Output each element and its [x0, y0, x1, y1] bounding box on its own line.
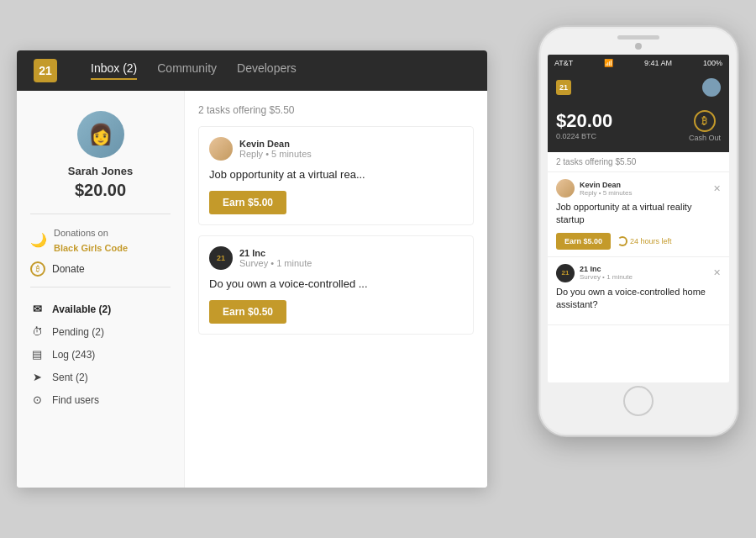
- sender-info-1: Kevin Dean Reply • 5 minutes: [239, 139, 312, 159]
- earn-btn-2[interactable]: Earn $0.50: [209, 300, 286, 324]
- btc-symbol: ₿: [701, 115, 707, 127]
- task-card-2: 21 21 Inc Survey • 1 minute Do you own a…: [198, 235, 474, 335]
- sender-info-2: 21 Inc Survey • 1 minute: [239, 248, 312, 268]
- promo-text: Donations on: [54, 228, 108, 238]
- mail-icon: ✉: [30, 303, 44, 315]
- phone-mockup: AT&T 📶 9:41 AM 100% 21 $20.00 0.0: [538, 25, 739, 446]
- phone-tasks-header: 2 tasks offering $5.50: [548, 152, 729, 172]
- donate-label[interactable]: Donate: [52, 263, 85, 275]
- nav-pending-label: Pending (2): [52, 326, 104, 338]
- phone-sender-avatar-21: 21: [556, 264, 575, 282]
- phone-home-button[interactable]: [623, 386, 654, 416]
- sender-avatar-kevin: [209, 137, 233, 161]
- phone-sender-name-2: 21 Inc: [580, 265, 633, 273]
- phone-sender-name-1: Kevin Dean: [580, 181, 632, 189]
- phone-battery: 100%: [703, 59, 722, 67]
- phone-speaker: [617, 35, 659, 40]
- phone-sender-info-2: 21 Inc Survey • 1 minute: [580, 265, 633, 281]
- phone-cashout[interactable]: ₿ Cash Out: [689, 110, 721, 142]
- phone-screen: AT&T 📶 9:41 AM 100% 21 $20.00 0.0: [548, 55, 729, 382]
- tab-inbox[interactable]: Inbox (2): [91, 61, 137, 80]
- nav-pending[interactable]: ⏱ Pending (2): [30, 320, 171, 343]
- divider-1: [30, 214, 171, 214]
- user-profile: 👩 Sarah Jones $20.00: [30, 111, 171, 200]
- phone-timer: 24 hours left: [617, 236, 672, 246]
- earn-btn-1[interactable]: Earn $5.00: [209, 191, 286, 214]
- cashout-label: Cash Out: [689, 134, 721, 142]
- tab-developers[interactable]: Developers: [237, 61, 297, 80]
- nav-find-users[interactable]: ⊙ Find users: [30, 388, 171, 411]
- sender-avatar-21: 21: [209, 246, 233, 270]
- app-header: 21 Inbox (2) Community Developers: [17, 50, 487, 91]
- phone-logo: 21: [556, 80, 571, 95]
- bitcoin-icon: ₿: [30, 261, 45, 277]
- user-balance: $20.00: [75, 181, 126, 200]
- task-title-2: Do you own a voice-controlled ...: [209, 277, 463, 292]
- sender-name-1: Kevin Dean: [239, 139, 312, 149]
- donate-row: ₿ Donate: [30, 261, 171, 277]
- phone-task-1-sender: Kevin Dean Reply • 5 minutes ✕: [556, 179, 721, 198]
- phone-sender-meta-1: Reply • 5 minutes: [580, 189, 632, 197]
- avatar-face: 👩: [77, 111, 124, 158]
- phone-status-bar: AT&T 📶 9:41 AM 100%: [548, 55, 729, 71]
- phone-task-1-actions: Earn $5.00 24 hours left: [556, 233, 721, 250]
- search-icon: ⊙: [30, 393, 44, 406]
- divider-2: [30, 287, 171, 287]
- sidebar-nav: ✉ Available (2) ⏱ Pending (2) ▤ Log (243…: [30, 298, 171, 411]
- user-name: Sarah Jones: [68, 165, 133, 177]
- nav-log-label: Log (243): [52, 349, 95, 361]
- phone-balance-amount: $20.00: [556, 110, 612, 132]
- logo-text: 21: [39, 64, 52, 77]
- phone-sender-avatar-kevin: [556, 179, 575, 198]
- phone-balance-section: $20.00 0.0224 BTC ₿ Cash Out: [548, 103, 729, 152]
- phone-task-card-1: Kevin Dean Reply • 5 minutes ✕ Job oppor…: [548, 172, 729, 257]
- phone-task-card-2: 21 21 Inc Survey • 1 minute ✕ Do you own…: [548, 257, 729, 325]
- nav-find-label: Find users: [52, 394, 99, 406]
- promo-link[interactable]: Black Girls Code: [54, 243, 128, 253]
- nav-sent-label: Sent (2): [52, 372, 88, 383]
- close-btn-1[interactable]: ✕: [713, 183, 721, 194]
- task-1-sender: Kevin Dean Reply • 5 minutes: [209, 137, 463, 161]
- list-icon: ▤: [30, 348, 44, 361]
- task-card-1: Kevin Dean Reply • 5 minutes Job opportu…: [198, 126, 474, 225]
- nav-log[interactable]: ▤ Log (243): [30, 343, 171, 366]
- phone-sender-info-1: Kevin Dean Reply • 5 minutes: [580, 181, 632, 197]
- phone-sender-left-1: Kevin Dean Reply • 5 minutes: [556, 179, 632, 198]
- phone-task-title-1: Job opportunity at a virtual reality sta…: [556, 201, 721, 227]
- send-icon: ➤: [30, 371, 44, 383]
- btc-icon: ₿: [694, 110, 716, 132]
- sender-meta-1: Reply • 5 minutes: [239, 149, 312, 159]
- phone-balance-info: $20.00 0.0224 BTC: [556, 110, 612, 140]
- nav-available-label: Available (2): [52, 303, 111, 315]
- nav-sent[interactable]: ➤ Sent (2): [30, 366, 171, 388]
- close-btn-2[interactable]: ✕: [713, 267, 721, 278]
- nav-tabs: Inbox (2) Community Developers: [91, 61, 297, 80]
- phone-earn-btn-1[interactable]: Earn $5.00: [556, 233, 611, 250]
- tab-community[interactable]: Community: [157, 61, 217, 80]
- app-logo: 21: [34, 59, 57, 82]
- donations-promo: 🌙 Donations on Black Girls Code: [30, 224, 171, 255]
- task-2-sender: 21 21 Inc Survey • 1 minute: [209, 246, 463, 270]
- sender-name-2: 21 Inc: [239, 248, 312, 258]
- phone-header: 21: [548, 71, 729, 103]
- moon-icon: 🌙: [30, 232, 47, 248]
- scene: 21 Inbox (2) Community Developers 👩 Sara…: [17, 25, 739, 513]
- phone-carrier: AT&T: [554, 59, 573, 67]
- task-title-1: Job opportunity at a virtual rea...: [209, 167, 463, 182]
- phone-task-2-sender: 21 21 Inc Survey • 1 minute ✕: [556, 264, 721, 282]
- phone-logo-text: 21: [559, 83, 568, 92]
- phone-sender-left-2: 21 21 Inc Survey • 1 minute: [556, 264, 633, 282]
- phone-btc-amount: 0.0224 BTC: [556, 132, 612, 140]
- avatar: 👩: [77, 111, 124, 158]
- timer-circle-icon: [617, 236, 627, 246]
- nav-available[interactable]: ✉ Available (2): [30, 298, 171, 320]
- tasks-header: 2 tasks offering $5.50: [198, 104, 474, 116]
- phone-user-avatar[interactable]: [702, 78, 721, 97]
- desktop-app: 21 Inbox (2) Community Developers 👩 Sara…: [17, 50, 487, 488]
- phone-time: 9:41 AM: [644, 59, 672, 67]
- phone-task-title-2: Do you own a voice-controlled home assis…: [556, 286, 721, 312]
- clock-icon: ⏱: [30, 325, 44, 338]
- phone-sender-meta-2: Survey • 1 minute: [580, 273, 633, 281]
- sender-meta-2: Survey • 1 minute: [239, 258, 312, 268]
- phone-camera: [635, 43, 642, 50]
